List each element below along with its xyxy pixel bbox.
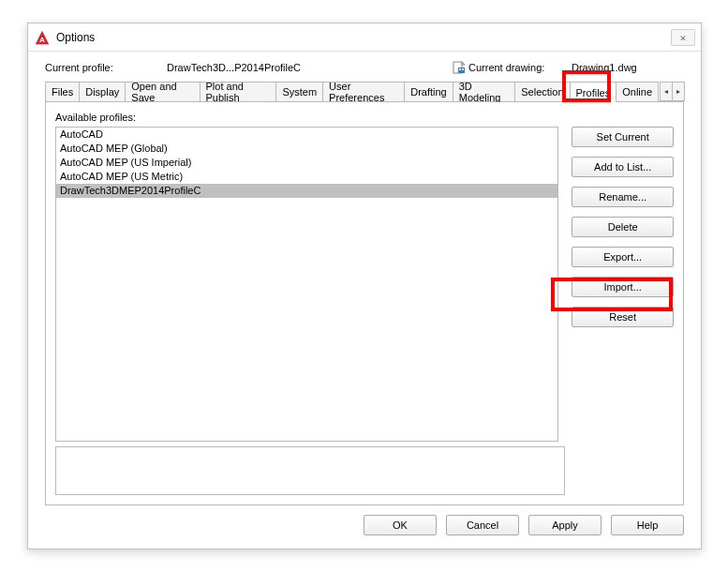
help-button[interactable]: Help — [611, 515, 684, 535]
tab-scroll-left[interactable]: ◂ — [660, 82, 673, 101]
window-title: Options — [56, 31, 95, 44]
profiles-listbox[interactable]: AutoCAD AutoCAD MEP (Global) AutoCAD MEP… — [55, 127, 558, 442]
export-button[interactable]: Export... — [572, 247, 674, 267]
tab-display[interactable]: Display — [79, 82, 126, 101]
profile-buttons: Set Current Add to List... Rename... Del… — [572, 127, 674, 442]
current-drawing-label: Current drawing: — [468, 62, 572, 73]
list-item[interactable]: AutoCAD — [56, 128, 557, 142]
ok-button[interactable]: OK — [364, 515, 437, 535]
list-item[interactable]: AutoCAD MEP (Global) — [56, 142, 557, 156]
import-button[interactable]: Import... — [572, 277, 674, 297]
tab-open-and-save[interactable]: Open and Save — [125, 82, 200, 101]
tab-online[interactable]: Online — [616, 82, 659, 101]
apply-button[interactable]: Apply — [528, 515, 602, 535]
profile-description-box[interactable] — [55, 446, 565, 495]
cancel-button[interactable]: Cancel — [446, 515, 519, 535]
list-item[interactable]: AutoCAD MEP (US Metric) — [56, 170, 557, 184]
reset-button[interactable]: Reset — [572, 307, 674, 327]
svg-rect-6 — [462, 68, 464, 70]
set-current-button[interactable]: Set Current — [572, 127, 674, 147]
close-button[interactable]: ⨉ — [671, 29, 695, 46]
tab-files[interactable]: Files — [45, 82, 80, 101]
list-item[interactable]: DrawTech3DMEP2014ProfileC — [56, 184, 557, 198]
drawing-icon — [450, 60, 468, 75]
current-profile-value: DrawTech3D...P2014ProfileC — [167, 62, 354, 73]
list-item[interactable]: AutoCAD MEP (US Imperial) — [56, 156, 557, 170]
dialog-footer: OK Cancel Apply Help — [45, 515, 684, 535]
autocad-icon: A — [34, 29, 51, 46]
current-profile-label: Current profile: — [45, 62, 167, 73]
rename-button[interactable]: Rename... — [572, 187, 674, 207]
dialog-content: Current profile: DrawTech3D...P2014Profi… — [28, 52, 701, 549]
delete-button[interactable]: Delete — [572, 217, 674, 237]
current-drawing-value: Drawing1.dwg — [572, 62, 684, 73]
tab-panel-profiles: Available profiles: AutoCAD AutoCAD MEP … — [45, 102, 684, 505]
svg-text:A: A — [39, 36, 45, 44]
titlebar: A Options ⨉ — [28, 23, 701, 52]
tab-selection[interactable]: Selection — [514, 82, 570, 101]
tab-drafting[interactable]: Drafting — [404, 82, 453, 101]
svg-marker-3 — [462, 62, 465, 65]
tab-profiles[interactable]: Profiles — [570, 82, 617, 102]
available-profiles-label: Available profiles: — [55, 112, 674, 123]
tab-3d-modeling[interactable]: 3D Modeling — [453, 82, 516, 101]
tab-plot-and-publish[interactable]: Plot and Publish — [200, 82, 277, 101]
options-dialog: A Options ⨉ Current profile: DrawTech3D.… — [27, 23, 702, 549]
header-row: Current profile: DrawTech3D...P2014Profi… — [45, 57, 684, 78]
tab-user-preferences[interactable]: User Preferences — [322, 82, 405, 101]
add-to-list-button[interactable]: Add to List... — [572, 157, 674, 177]
svg-rect-5 — [459, 68, 461, 70]
tab-scroll-right[interactable]: ▸ — [672, 82, 685, 101]
tab-bar: Files Display Open and Save Plot and Pub… — [45, 82, 684, 102]
tab-system[interactable]: System — [275, 82, 323, 101]
